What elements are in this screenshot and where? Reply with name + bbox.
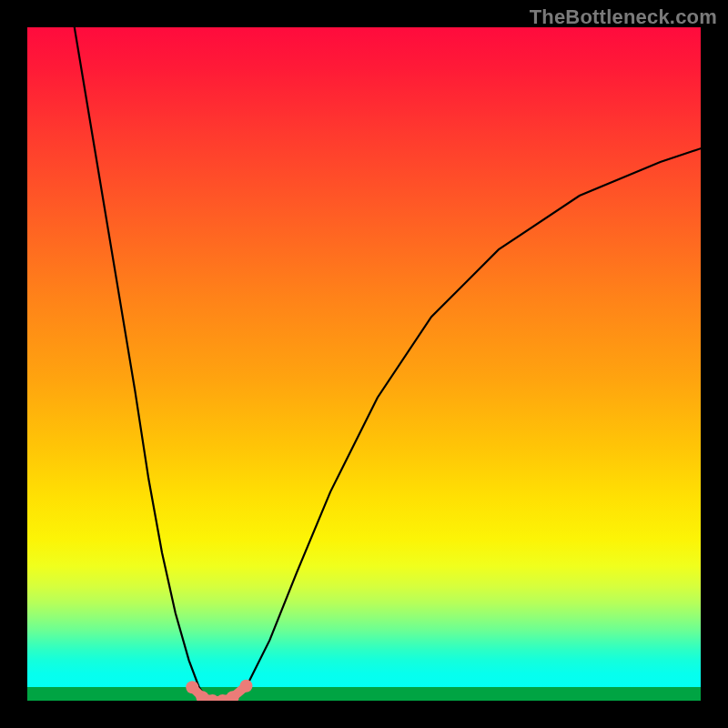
- chart-frame: TheBottleneck.com: [0, 0, 728, 728]
- curve-left-branch: [75, 27, 209, 701]
- trough-markers: [186, 680, 252, 701]
- watermark-text: TheBottleneck.com: [530, 5, 717, 29]
- trough-marker: [240, 680, 253, 693]
- trough-marker: [186, 681, 198, 693]
- plot-area: [27, 27, 701, 701]
- curve-layer: [27, 27, 701, 701]
- curve-right-branch: [236, 148, 701, 701]
